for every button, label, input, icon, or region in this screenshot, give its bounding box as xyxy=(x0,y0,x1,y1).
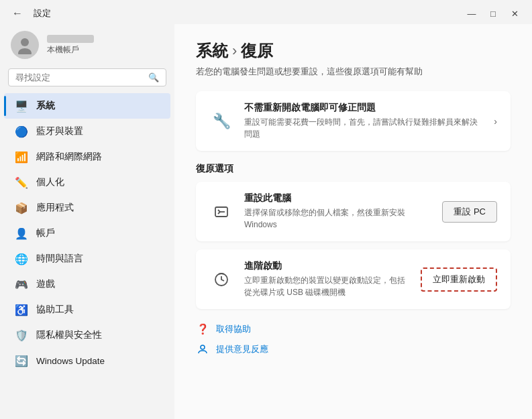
search-input[interactable] xyxy=(15,72,143,82)
chevron-right-icon: › xyxy=(494,116,497,127)
sidebar-item-label-gaming: 遊戲 xyxy=(36,278,55,290)
breadcrumb-current: 復原 xyxy=(241,40,273,62)
svg-point-5 xyxy=(201,345,205,349)
reset-icon xyxy=(209,200,233,224)
nav-items: 🖥️系統🔵藍牙與裝置📶網路和網際網路✏️個人化📦應用程式👤帳戶🌐時間與語言🎮遊戲… xyxy=(0,93,174,373)
page-description: 若您的電腦發生問題或想要重設，這些復原選項可能有幫助 xyxy=(196,66,511,78)
breadcrumb-parent: 系統 xyxy=(196,40,228,62)
feedback-icon xyxy=(196,343,209,356)
help-link-label: 取得協助 xyxy=(216,323,251,335)
advanced-icon xyxy=(209,267,233,292)
reset-card-desc: 選擇保留或移除您的個人檔案，然後重新安裝 Windows xyxy=(244,206,431,231)
personalization-nav-icon: ✏️ xyxy=(15,176,28,189)
svg-point-1 xyxy=(18,48,32,54)
sidebar-item-label-time: 時間與語言 xyxy=(36,253,83,265)
sidebar-item-accessibility[interactable]: ♿協助工具 xyxy=(4,297,170,322)
help-link[interactable]: ❓ 取得協助 xyxy=(196,322,511,336)
feedback-link[interactable]: 提供意見反應 xyxy=(196,343,511,356)
sidebar-item-label-system: 系統 xyxy=(36,100,55,112)
close-button[interactable]: ✕ xyxy=(505,6,524,21)
maximize-button[interactable]: □ xyxy=(484,6,502,21)
user-profile[interactable]: 本機帳戶 xyxy=(0,24,174,68)
sidebar-item-label-accounts: 帳戶 xyxy=(36,227,55,239)
accessibility-nav-icon: ♿ xyxy=(15,303,28,316)
sidebar-item-label-bluetooth: 藍牙與裝置 xyxy=(36,125,83,137)
search-box[interactable]: 🔍 xyxy=(8,68,166,86)
svg-point-0 xyxy=(21,38,29,46)
fix-icon: 🔧 xyxy=(209,109,233,133)
main-content: 系統 › 復原 若您的電腦發生問題或想要重設，這些復原選項可能有幫助 🔧 不需重… xyxy=(174,24,532,419)
reset-card-action: 重設 PC xyxy=(442,201,497,223)
privacy-nav-icon: 🛡️ xyxy=(15,328,28,342)
reset-pc-button[interactable]: 重設 PC xyxy=(442,201,497,223)
sidebar-item-label-apps: 應用程式 xyxy=(36,202,74,214)
title-bar-controls: — □ ✕ xyxy=(462,6,524,21)
gaming-nav-icon: 🎮 xyxy=(15,278,28,291)
advanced-card-title: 進階啟動 xyxy=(244,260,410,272)
title-bar-left: ← 設定 xyxy=(8,6,51,21)
reset-card-content: 重設此電腦 選擇保留或移除您的個人檔案，然後重新安裝 Windows xyxy=(244,192,431,231)
fix-card-content: 不需重新開啟電腦即可修正問題 重設可能需要花費一段時間，首先，請嘗試執行疑難排解… xyxy=(244,102,483,140)
network-nav-icon: 📶 xyxy=(15,150,28,164)
section-title: 復原選項 xyxy=(196,163,511,175)
sidebar-item-bluetooth[interactable]: 🔵藍牙與裝置 xyxy=(4,119,170,144)
search-icon: 🔍 xyxy=(148,72,159,82)
sidebar: 本機帳戶 🔍 🖥️系統🔵藍牙與裝置📶網路和網際網路✏️個人化📦應用程式👤帳戶🌐時… xyxy=(0,24,174,419)
user-type: 本機帳戶 xyxy=(47,44,94,56)
user-info: 本機帳戶 xyxy=(47,35,94,56)
breadcrumb-separator: › xyxy=(232,42,237,60)
time-nav-icon: 🌐 xyxy=(15,252,28,265)
sidebar-item-time[interactable]: 🌐時間與語言 xyxy=(4,246,170,272)
sidebar-item-accounts[interactable]: 👤帳戶 xyxy=(4,221,170,246)
reset-card-title: 重設此電腦 xyxy=(244,192,431,204)
apps-nav-icon: 📦 xyxy=(15,201,28,215)
feedback-link-label: 提供意見反應 xyxy=(216,343,268,355)
avatar xyxy=(11,31,39,59)
sidebar-item-privacy[interactable]: 🛡️隱私權與安全性 xyxy=(4,322,170,348)
sidebar-item-label-network: 網路和網際網路 xyxy=(36,151,102,163)
accounts-nav-icon: 👤 xyxy=(15,227,28,240)
sidebar-item-apps[interactable]: 📦應用程式 xyxy=(4,195,170,221)
sidebar-item-network[interactable]: 📶網路和網際網路 xyxy=(4,144,170,170)
sidebar-item-windows-update[interactable]: 🔄Windows Update xyxy=(4,348,170,373)
minimize-button[interactable]: — xyxy=(462,6,481,21)
sidebar-item-personalization[interactable]: ✏️個人化 xyxy=(4,170,170,195)
windows-update-nav-icon: 🔄 xyxy=(15,354,28,367)
advanced-card-action: 立即重新啟動 xyxy=(421,267,497,292)
advanced-card-desc: 立即重新啟動您的裝置以變更啟動設定，包括從光碟片或 USB 磁碟機開機 xyxy=(244,274,410,298)
sidebar-item-label-personalization: 個人化 xyxy=(36,176,64,188)
sidebar-item-gaming[interactable]: 🎮遊戲 xyxy=(4,272,170,297)
back-button[interactable]: ← xyxy=(8,6,27,21)
bluetooth-nav-icon: 🔵 xyxy=(15,125,28,138)
footer-links: ❓ 取得協助 提供意見反應 xyxy=(196,322,511,356)
advanced-card[interactable]: 進階啟動 立即重新啟動您的裝置以變更啟動設定，包括從光碟片或 USB 磁碟機開機… xyxy=(196,249,511,309)
fix-card[interactable]: 🔧 不需重新開啟電腦即可修正問題 重設可能需要花費一段時間，首先，請嘗試執行疑難… xyxy=(196,91,511,151)
help-icon: ❓ xyxy=(196,322,209,336)
reset-card[interactable]: 重設此電腦 選擇保留或移除您的個人檔案，然後重新安裝 Windows 重設 PC xyxy=(196,182,511,241)
app-body: 本機帳戶 🔍 🖥️系統🔵藍牙與裝置📶網路和網際網路✏️個人化📦應用程式👤帳戶🌐時… xyxy=(0,24,532,419)
user-name-bar xyxy=(47,35,94,43)
fix-card-desc: 重設可能需要花費一段時間，首先，請嘗試執行疑難排解員來解決問題 xyxy=(244,116,483,140)
breadcrumb: 系統 › 復原 xyxy=(196,40,511,62)
sidebar-item-label-privacy: 隱私權與安全性 xyxy=(36,329,102,341)
title-bar: ← 設定 — □ ✕ xyxy=(0,0,532,24)
sidebar-item-label-accessibility: 協助工具 xyxy=(36,304,74,316)
fix-card-action: › xyxy=(494,116,497,127)
fix-card-title: 不需重新開啟電腦即可修正問題 xyxy=(244,102,483,114)
sidebar-item-label-windows-update: Windows Update xyxy=(36,356,105,366)
title-bar-title: 設定 xyxy=(34,7,51,19)
sidebar-item-system[interactable]: 🖥️系統 xyxy=(4,93,170,119)
system-nav-icon: 🖥️ xyxy=(15,99,28,113)
restart-now-button[interactable]: 立即重新啟動 xyxy=(421,267,497,292)
advanced-card-content: 進階啟動 立即重新啟動您的裝置以變更啟動設定，包括從光碟片或 USB 磁碟機開機 xyxy=(244,260,410,298)
